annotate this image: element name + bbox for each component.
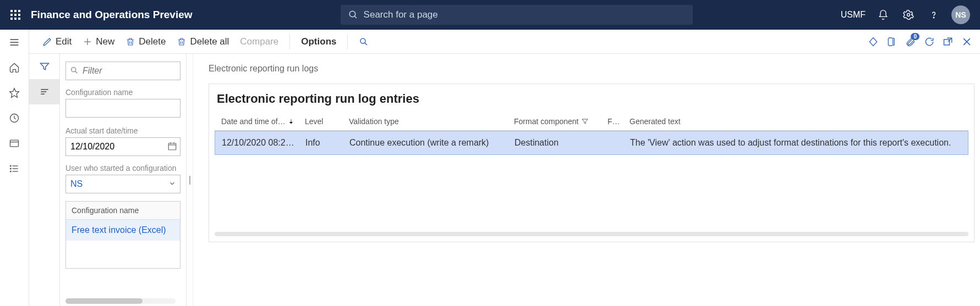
svg-rect-35 (944, 39, 950, 44)
delete-button[interactable]: Delete (120, 33, 171, 51)
filter-input[interactable] (65, 62, 180, 80)
cell-level: Info (305, 138, 349, 148)
col-date[interactable]: Date and time of… (217, 117, 305, 126)
svg-rect-3 (10, 14, 13, 16)
popout-button[interactable] (943, 36, 954, 47)
svg-point-11 (907, 14, 910, 16)
nav-workspaces[interactable] (0, 131, 29, 156)
attachments-count: 0 (911, 33, 919, 40)
svg-point-25 (10, 171, 12, 172)
diamond-icon (868, 36, 879, 47)
nav-recent[interactable] (0, 105, 29, 131)
col-generated-text[interactable]: Generated text (629, 117, 966, 126)
separator (347, 34, 348, 49)
config-list: Configuration name Free text invoice (Ex… (65, 201, 180, 269)
start-date-input[interactable] (65, 137, 180, 156)
home-icon (9, 62, 20, 73)
global-search[interactable] (341, 5, 693, 25)
grid-horizontal-scrollbar[interactable] (215, 232, 968, 236)
svg-point-9 (349, 11, 355, 17)
col-f[interactable]: F… (607, 117, 629, 126)
star-icon (9, 87, 20, 98)
chevron-down-icon[interactable] (168, 180, 176, 187)
col-validation-type[interactable]: Validation type (349, 117, 514, 126)
svg-rect-7 (14, 18, 17, 20)
config-list-item[interactable]: Free text invoice (Excel) (66, 220, 180, 241)
options-label: Options (301, 36, 336, 47)
pencil-icon (42, 37, 52, 47)
user-avatar[interactable]: NS (951, 5, 970, 24)
waffle-icon (10, 10, 20, 20)
col-level[interactable]: Level (305, 117, 349, 126)
settings-button[interactable] (901, 7, 916, 23)
calendar-icon[interactable] (167, 141, 177, 151)
config-name-input[interactable] (65, 99, 180, 118)
svg-point-24 (10, 168, 12, 169)
help-icon (928, 9, 939, 20)
svg-rect-43 (168, 143, 176, 150)
global-search-input[interactable] (364, 9, 685, 20)
svg-rect-6 (10, 18, 13, 20)
help-button[interactable] (926, 7, 941, 23)
cell-format-component: Destination (514, 138, 608, 148)
compare-button: Compare (234, 33, 284, 51)
cell-f (608, 138, 630, 148)
plus-icon (83, 37, 92, 47)
breadcrumb: Electronic reporting run logs (209, 64, 974, 74)
user-select[interactable] (65, 175, 180, 193)
app-launcher-button[interactable] (4, 10, 26, 20)
delete-all-label: Delete all (190, 36, 229, 47)
user-label: User who started a configuration (65, 164, 180, 173)
new-button[interactable]: New (77, 33, 120, 51)
cell-date: 12/10/2020 08:2… (217, 138, 305, 148)
nav-rail (0, 30, 29, 306)
find-button[interactable] (353, 34, 374, 50)
attachments-button[interactable]: 0 (905, 36, 916, 47)
filter-panel: Configuration name Actual start date/tim… (60, 54, 187, 306)
col-format-component[interactable]: Format component (514, 117, 607, 126)
close-button[interactable] (961, 36, 972, 47)
new-label: New (96, 36, 114, 47)
search-icon (359, 37, 369, 47)
edit-label: Edit (56, 36, 72, 47)
svg-rect-2 (18, 10, 20, 12)
diamond-button[interactable] (868, 36, 879, 47)
config-list-header[interactable]: Configuration name (66, 202, 180, 220)
svg-rect-5 (18, 14, 20, 16)
svg-rect-18 (10, 140, 19, 147)
grid-header: Date and time of… Level Validation type … (215, 113, 968, 131)
horizontal-scrollbar[interactable] (65, 298, 176, 304)
edit-button[interactable]: Edit (37, 33, 77, 51)
close-icon (961, 36, 972, 47)
list-icon (9, 163, 20, 174)
notifications-button[interactable] (875, 7, 891, 23)
company-selector[interactable]: USMF (841, 10, 866, 20)
options-button[interactable]: Options (295, 33, 342, 51)
search-icon (70, 66, 79, 75)
lines-icon (39, 86, 50, 97)
delete-all-button[interactable]: Delete all (171, 33, 234, 51)
svg-line-33 (365, 42, 367, 44)
filter-tab[interactable] (29, 54, 59, 79)
search-icon (348, 10, 358, 20)
svg-rect-8 (18, 18, 20, 20)
nav-modules[interactable] (0, 156, 29, 181)
workspace-icon (9, 138, 20, 149)
refresh-button[interactable] (924, 36, 935, 47)
table-row[interactable]: 12/10/2020 08:2… Info Continue execution… (215, 131, 968, 155)
bell-icon (878, 9, 889, 20)
splitter[interactable] (187, 54, 193, 306)
start-date-label: Actual start date/time (65, 126, 180, 135)
list-tab[interactable] (29, 79, 59, 104)
nav-hamburger[interactable] (0, 30, 29, 55)
svg-line-42 (75, 71, 78, 74)
refresh-icon (924, 36, 935, 47)
svg-point-41 (72, 68, 76, 72)
arrow-down-icon (288, 118, 294, 125)
nav-home[interactable] (0, 55, 29, 80)
nav-favorites[interactable] (0, 80, 29, 105)
separator (289, 34, 290, 49)
action-bar: Edit New Delete Delete all Compare Optio… (29, 30, 980, 54)
trash-icon (177, 37, 187, 47)
office-button[interactable] (886, 36, 897, 47)
